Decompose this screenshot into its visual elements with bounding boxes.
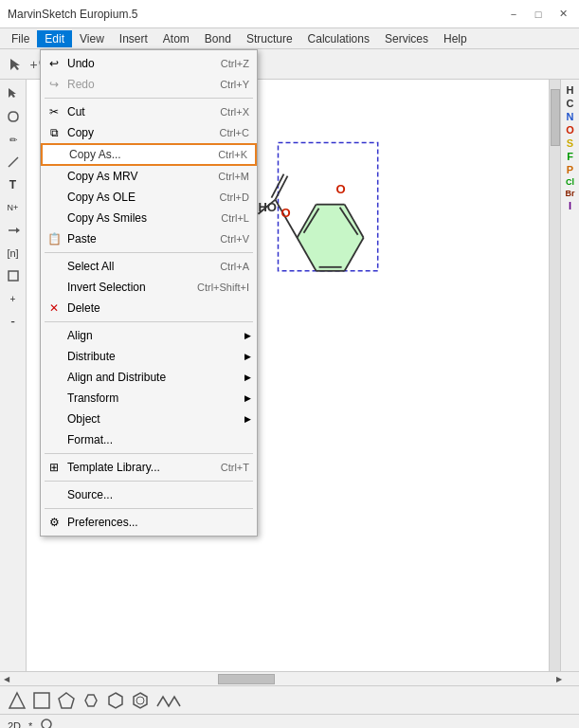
element-Br[interactable]: Br [565,189,574,198]
element-P[interactable]: P [567,164,573,175]
align-submenu-arrow: ▶ [244,331,251,340]
menu-entry-copy[interactable]: ⧉ Copy Ctrl+C [41,122,257,143]
menu-entry-copy-as-ole[interactable]: Copy As OLE Ctrl+D [41,187,257,208]
copy-as-mrv-shortcut: Ctrl+M [218,171,249,182]
select-all-shortcut: Ctrl+A [220,261,249,272]
menu-entry-format[interactable]: Format... [41,429,257,450]
element-I[interactable]: I [569,200,571,211]
triangle-shape-btn[interactable] [8,691,27,710]
mode-extra: * [28,720,32,729]
object-submenu-arrow: ▶ [244,414,251,424]
source-label: Source... [67,488,113,501]
menu-entry-copy-as-mrv[interactable]: Copy As MRV Ctrl+M [41,166,257,187]
menu-entry-copy-as-smiles[interactable]: Copy As Smiles Ctrl+L [41,208,257,228]
menu-entry-template-library[interactable]: ⊞ Template Library... Ctrl+T [41,457,257,478]
right-scrollbar[interactable] [549,80,560,671]
menu-file[interactable]: File [4,30,37,47]
svg-text:HO: HO [258,200,277,214]
menu-entry-distribute[interactable]: Distribute ▶ [41,346,257,367]
menu-services[interactable]: Services [377,30,436,47]
preferences-label: Preferences... [67,516,138,529]
menu-entry-select-all[interactable]: Select All Ctrl+A [41,256,257,277]
zoom-area-tool[interactable]: + [3,288,24,309]
maximize-button[interactable]: □ [530,6,547,23]
bracket-tool[interactable]: [n] [3,243,24,264]
hexagon-flat-shape-btn[interactable] [81,691,100,710]
select-tool-button[interactable] [4,53,27,76]
menu-atom[interactable]: Atom [155,30,197,47]
text-tool[interactable]: T [3,174,24,195]
menu-structure[interactable]: Structure [239,30,300,47]
menu-entry-paste[interactable]: 📋 Paste Ctrl+V [41,228,257,249]
paste-shortcut: Ctrl+V [220,233,249,245]
menu-entry-copy-as[interactable]: Copy As... Ctrl+K [41,143,257,166]
svg-text:O: O [280,206,290,220]
menu-entry-preferences[interactable]: ⚙ Preferences... [41,512,257,533]
svg-marker-2 [16,228,20,233]
object-label: Object [67,412,100,426]
element-N[interactable]: N [567,111,574,122]
svg-marker-26 [109,693,122,708]
pentagon-shape-btn[interactable] [57,691,76,710]
menu-entry-undo[interactable]: ↩ Undo Ctrl+Z [41,53,257,74]
element-S[interactable]: S [567,137,573,149]
menu-entry-redo[interactable]: ↪ Redo Ctrl+Y [41,74,257,95]
paste-icon: 📋 [45,232,63,246]
bond-tool[interactable] [3,152,24,173]
square-shape-btn[interactable] [32,691,51,710]
menu-bond[interactable]: Bond [197,30,239,47]
menu-insert[interactable]: Insert [112,30,155,47]
copy-as-smiles-shortcut: Ctrl+L [221,212,249,224]
element-Cl[interactable]: Cl [566,177,574,187]
align-distribute-label: Align and Distribute [67,371,166,384]
window-controls: − □ ✕ [505,6,571,23]
svg-rect-3 [9,271,18,281]
element-H[interactable]: H [567,84,574,96]
hexagon-shape-btn[interactable] [106,691,125,710]
eraser-tool[interactable]: ✏ [3,129,24,150]
copy-label: Copy [67,126,94,139]
lasso-tool[interactable] [3,106,24,127]
undo-label: Undo [67,57,95,70]
scroll-right-arrow[interactable]: ▶ [552,673,566,685]
menu-entry-object[interactable]: Object ▶ [41,409,257,429]
scroll-thumb-horizontal[interactable] [218,674,275,684]
bottom-scrollbar[interactable]: ◀ ▶ [0,671,579,685]
cut-icon: ✂ [45,105,63,118]
menu-help[interactable]: Help [436,30,475,47]
chain-shape-btn[interactable] [155,691,182,710]
menu-calculations[interactable]: Calculations [300,30,377,47]
menu-entry-transform[interactable]: Transform ▶ [41,388,257,409]
arrow-tool[interactable] [3,220,24,241]
svg-line-0 [9,157,18,167]
menu-entry-align[interactable]: Align ▶ [41,325,257,346]
copy-shortcut: Ctrl+C [220,127,249,138]
close-button[interactable]: ✕ [554,6,571,23]
rect-tool[interactable] [3,265,24,286]
element-C[interactable]: C [567,98,574,109]
menu-view[interactable]: View [72,30,112,47]
select-all-label: Select All [67,260,114,273]
minimize-button[interactable]: − [505,6,522,23]
menu-bar: File Edit View Insert Atom Bond Structur… [0,28,579,49]
magnifier-tool[interactable] [40,718,57,729]
scrollbar-thumb-vertical[interactable] [551,89,560,146]
element-F[interactable]: F [567,151,573,162]
distribute-label: Distribute [67,350,116,363]
atom-map-tool[interactable]: N+ [3,197,24,218]
benzene-shape-btn[interactable] [131,691,150,710]
shape-toolbar [0,685,579,714]
window-title: MarvinSketch Europium.5 [8,8,137,21]
menu-entry-source[interactable]: Source... [41,484,257,505]
scroll-left-arrow[interactable]: ◀ [0,673,13,685]
menu-entry-align-distribute[interactable]: Align and Distribute ▶ [41,367,257,388]
menu-entry-delete[interactable]: ✕ Delete [41,298,257,318]
menu-entry-invert-selection[interactable]: Invert Selection Ctrl+Shift+I [41,277,257,298]
svg-rect-23 [34,693,49,708]
left-toolbar: ✏ T N+ [n] + - [0,80,27,671]
menu-entry-cut[interactable]: ✂ Cut Ctrl+X [41,101,257,122]
minus-tool[interactable]: - [3,311,24,332]
element-O[interactable]: O [566,124,574,136]
select-tool[interactable] [3,83,24,104]
menu-edit[interactable]: Edit [37,30,72,47]
